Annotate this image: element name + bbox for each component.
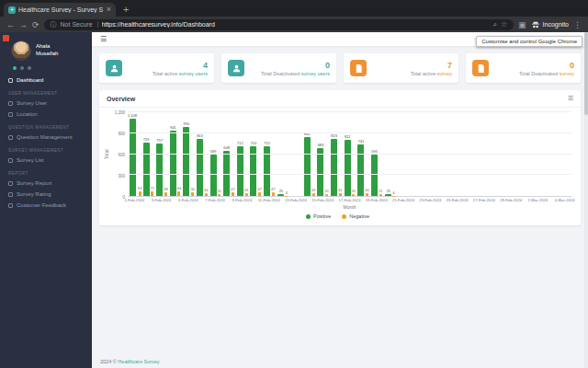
positive-bar[interactable]: 25 <box>385 112 391 196</box>
negative-bar[interactable]: 64 <box>177 112 181 196</box>
chart-day-slot <box>289 112 303 196</box>
positive-bar-rect <box>304 137 311 196</box>
negative-bar[interactable]: 41 <box>338 112 342 196</box>
back-icon[interactable]: ← <box>6 20 15 29</box>
negative-bar[interactable]: 31 <box>324 112 328 196</box>
negative-bar[interactable]: 44 <box>204 112 208 196</box>
negative-bar[interactable]: 31 <box>352 112 356 196</box>
positive-bar[interactable]: 683 <box>317 112 323 196</box>
positive-bar[interactable]: 757 <box>156 112 163 196</box>
side-panel-icon[interactable]: ▣ <box>518 20 526 29</box>
positive-bar[interactable]: 990 <box>183 112 189 196</box>
sidebar-item-survey-report[interactable]: Survey Report <box>0 178 92 189</box>
bookmark-star-icon[interactable]: ☆ <box>501 20 507 29</box>
positive-bar[interactable]: 1,108 <box>128 112 137 196</box>
sidebar-toggle-icon[interactable]: ☰ <box>100 35 107 43</box>
positive-bar[interactable]: 941 <box>170 112 176 196</box>
negative-bar[interactable]: 56 <box>190 112 194 196</box>
browser-toolbar: ← → ⟳ ⓘ Not Secure https://healthcaresur… <box>0 17 588 32</box>
sidebar-item-survey-user[interactable]: Survey User <box>0 98 92 109</box>
gridline <box>128 154 571 155</box>
legend-item-positive[interactable]: Positive <box>306 213 331 219</box>
reload-icon[interactable]: ⟳ <box>32 20 40 29</box>
overview-card: Overview ☰ Total 03006009001,200 1,10863… <box>99 90 581 225</box>
negative-bar[interactable]: 21 <box>379 112 382 196</box>
address-bar[interactable]: ⓘ Not Secure https://healthcaresurvey.in… <box>44 19 514 30</box>
tab-close-icon[interactable]: × <box>107 6 111 14</box>
negative-bar-rect <box>258 192 261 196</box>
new-tab-button[interactable]: + <box>123 5 129 14</box>
chart-day-slot <box>518 112 532 196</box>
app-logo[interactable] <box>3 35 9 41</box>
negative-bar[interactable]: 43 <box>244 112 248 196</box>
negative-bar[interactable]: 4 <box>285 112 288 196</box>
sidebar-item-survey-list[interactable]: Survey List <box>0 155 92 166</box>
positive-bar[interactable]: 712 <box>237 112 243 196</box>
bar-value-label: 41 <box>338 188 342 192</box>
menu-section-header: SURVEY MANAGEMENT <box>0 143 92 155</box>
search-icon[interactable]: ⌕ <box>492 20 496 29</box>
positive-bar[interactable]: 710 <box>250 112 256 196</box>
scrollbar-thumb[interactable] <box>584 32 588 115</box>
browser-tab[interactable]: + Healthcare Survey - Survey S × <box>4 3 116 17</box>
negative-bar[interactable]: 47 <box>257 112 261 196</box>
status-icon <box>28 66 31 70</box>
chart-day-slot <box>491 112 504 196</box>
negative-bar[interactable]: 47 <box>231 112 234 196</box>
negative-bar[interactable]: 47 <box>271 112 275 196</box>
bar-value-label: 40 <box>365 188 368 192</box>
menu-item-icon <box>8 78 13 83</box>
overview-title: Overview <box>107 96 135 102</box>
menu-item-icon <box>8 192 13 197</box>
scrollbar[interactable] <box>584 32 588 368</box>
status-icon <box>20 66 24 70</box>
positive-bar-rect <box>197 139 203 196</box>
negative-bar[interactable]: 71 <box>151 112 154 196</box>
negative-bar-rect <box>191 192 194 196</box>
negative-bar[interactable]: 43 <box>311 112 315 196</box>
positive-bar[interactable]: 596 <box>371 112 378 196</box>
y-axis: 03006009001,200 <box>109 112 128 197</box>
chart-day-slot: 254 <box>277 112 290 196</box>
bar-value-label: 71 <box>151 186 154 190</box>
footer-brand-link[interactable]: Healthcare Survey <box>118 359 159 364</box>
sidebar-item-customer-feedback[interactable]: Customer Feedback <box>0 200 92 211</box>
bar-value-label: 759 <box>143 137 150 142</box>
chrome-menu-icon[interactable]: ⋮ <box>573 20 582 29</box>
negative-bar[interactable]: 6 <box>392 112 395 196</box>
negative-bar[interactable]: 48 <box>164 112 167 196</box>
positive-bar[interactable]: 712 <box>264 112 270 196</box>
positive-bar[interactable]: 589 <box>210 112 217 196</box>
bar-chart: Total 03006009001,200 1,1086375971757489… <box>99 108 581 225</box>
sidebar-item-dashboard[interactable]: Dashboard <box>0 75 92 86</box>
sidebar-item-survey-rating[interactable]: Survey Rating <box>0 189 92 200</box>
positive-bar-rect <box>170 131 176 196</box>
positive-bar[interactable]: 25 <box>277 112 284 196</box>
user-profile[interactable]: Ahala Musaifah <box>0 32 92 64</box>
menu-item-icon <box>8 158 13 163</box>
security-label[interactable]: Not Secure <box>61 21 98 28</box>
menu-item-icon <box>8 181 13 186</box>
positive-bar-rect <box>371 155 378 196</box>
positive-bar[interactable]: 648 <box>223 112 230 196</box>
sidebar-item-location[interactable]: Location <box>0 109 92 120</box>
positive-bar[interactable]: 823 <box>331 112 337 196</box>
negative-bar[interactable]: 31 <box>218 112 221 196</box>
positive-bar[interactable]: 813 <box>197 112 203 196</box>
positive-bar[interactable]: 741 <box>357 112 364 196</box>
positive-bar-rect <box>357 144 364 196</box>
negative-bar[interactable]: 40 <box>365 112 368 196</box>
sidebar-item-question-management[interactable]: Question Management <box>0 132 92 143</box>
forward-icon[interactable]: → <box>19 20 28 29</box>
chart-day-slot: 64847 <box>222 112 236 196</box>
chart-day-slot: 84243 <box>303 112 317 196</box>
legend-item-negative[interactable]: Negative <box>342 213 369 219</box>
positive-bar[interactable]: 811 <box>345 112 351 196</box>
url-text[interactable]: https://healthcaresurvey.info/Dashboard <box>102 21 490 28</box>
positive-bar[interactable]: 759 <box>143 112 150 196</box>
x-axis: 1-Feb-20243-Feb-20245-Feb-20247-Feb-2024… <box>128 197 571 203</box>
bar-value-label: 990 <box>184 121 190 126</box>
bar-value-label: 4 <box>286 190 288 195</box>
chart-toolbar-menu-icon[interactable]: ☰ <box>568 95 573 102</box>
positive-bar[interactable]: 842 <box>304 112 311 196</box>
